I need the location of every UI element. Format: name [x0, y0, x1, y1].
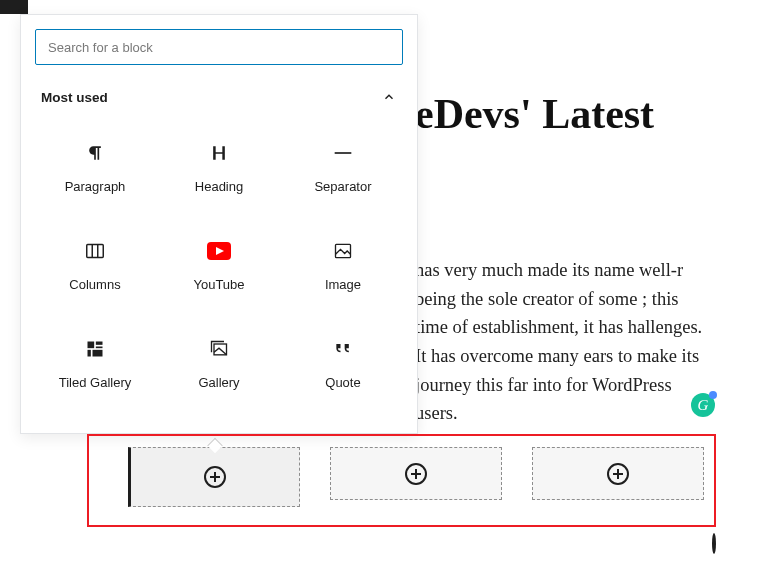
- post-body-text[interactable]: has very much made its name well-r being…: [415, 256, 705, 428]
- search-wrap: [21, 15, 417, 79]
- post-title[interactable]: eDevs' Latest: [415, 90, 654, 138]
- window-top-bar: [0, 0, 28, 14]
- block-paragraph[interactable]: Paragraph: [35, 121, 155, 213]
- block-label: Tiled Gallery: [59, 375, 131, 390]
- tiled-gallery-icon: [83, 337, 107, 361]
- block-heading[interactable]: Heading: [159, 121, 279, 213]
- block-gallery[interactable]: Gallery: [159, 317, 279, 409]
- separator-icon: [331, 141, 355, 165]
- grammarly-label: G: [698, 397, 709, 414]
- section-most-used-header[interactable]: Most used: [35, 79, 403, 121]
- svg-rect-9: [96, 346, 103, 348]
- section-title: Most used: [41, 90, 108, 105]
- heading-icon: [207, 141, 231, 165]
- block-label: Paragraph: [65, 179, 126, 194]
- block-grid: Paragraph Heading Separator Columns: [35, 121, 403, 409]
- column-placeholder-2[interactable]: [330, 447, 502, 500]
- svg-rect-7: [88, 341, 95, 348]
- add-block-button[interactable]: [712, 535, 716, 553]
- column-placeholder-1[interactable]: [128, 447, 300, 507]
- paragraph-icon: [83, 141, 107, 165]
- add-block-icon: [204, 466, 226, 488]
- block-label: Gallery: [198, 375, 239, 390]
- block-label: YouTube: [193, 277, 244, 292]
- svg-rect-8: [96, 341, 103, 344]
- chevron-up-icon: [381, 89, 397, 105]
- svg-rect-10: [88, 349, 91, 356]
- add-block-icon: [712, 533, 716, 554]
- add-block-icon: [405, 463, 427, 485]
- column-placeholder-3[interactable]: [532, 447, 704, 500]
- block-label: Image: [325, 277, 361, 292]
- block-inserter-panel: Most used Paragraph Heading: [20, 14, 418, 434]
- columns-icon: [83, 239, 107, 263]
- block-tiled-gallery[interactable]: Tiled Gallery: [35, 317, 155, 409]
- quote-icon: [331, 337, 355, 361]
- grammarly-badge[interactable]: G: [691, 393, 715, 417]
- svg-rect-11: [93, 349, 103, 356]
- block-label: Columns: [69, 277, 120, 292]
- svg-rect-0: [335, 152, 352, 154]
- block-separator[interactable]: Separator: [283, 121, 403, 213]
- image-icon: [331, 239, 355, 263]
- block-quote[interactable]: Quote: [283, 317, 403, 409]
- svg-rect-1: [87, 244, 104, 257]
- gallery-icon: [207, 337, 231, 361]
- block-label: Heading: [195, 179, 243, 194]
- block-columns[interactable]: Columns: [35, 219, 155, 311]
- block-list-scroll[interactable]: Most used Paragraph Heading: [21, 79, 417, 434]
- search-input[interactable]: [35, 29, 403, 65]
- block-label: Separator: [314, 179, 371, 194]
- block-youtube[interactable]: YouTube: [159, 219, 279, 311]
- columns-block-row: [128, 447, 704, 507]
- block-image[interactable]: Image: [283, 219, 403, 311]
- youtube-icon: [207, 239, 231, 263]
- block-label: Quote: [325, 375, 360, 390]
- add-block-icon: [607, 463, 629, 485]
